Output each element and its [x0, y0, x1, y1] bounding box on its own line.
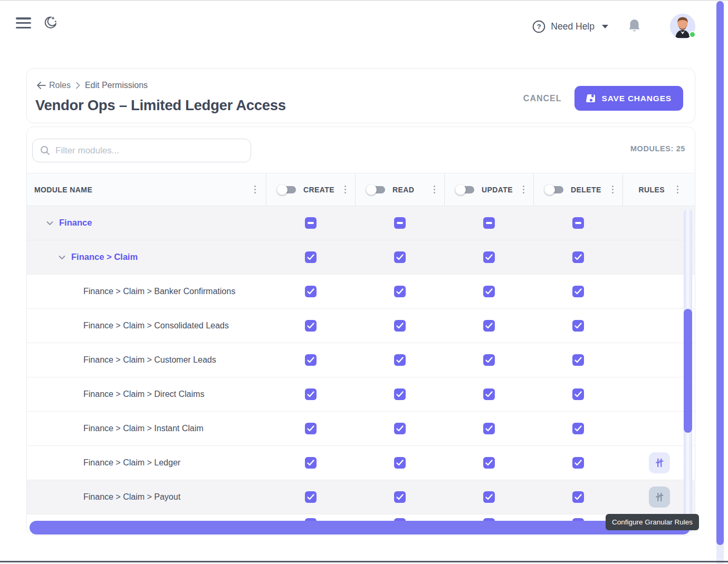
module-name-cell: Finance > Claim > Instant Claim — [27, 412, 266, 445]
permission-checkbox-delete[interactable] — [572, 320, 584, 332]
permission-checkbox-delete[interactable] — [572, 354, 584, 366]
permission-checkbox-update[interactable] — [483, 388, 495, 400]
column-toggle-create[interactable] — [277, 184, 296, 195]
table-row: Finance > Claim > Customer Leads — [27, 343, 695, 377]
permission-checkbox-create[interactable] — [305, 423, 317, 434]
check-icon — [485, 494, 493, 500]
permission-checkbox-create[interactable] — [305, 320, 317, 332]
module-name-cell: Finance — [27, 206, 266, 240]
permission-checkbox-create[interactable] — [305, 491, 317, 503]
permission-checkbox-create[interactable] — [305, 457, 317, 469]
permission-checkbox-delete[interactable] — [572, 491, 584, 503]
permission-checkbox-update[interactable] — [483, 491, 495, 503]
permission-checkbox-update[interactable] — [483, 423, 495, 434]
expand-chevron-icon[interactable] — [58, 253, 66, 262]
column-menu-icon[interactable] — [610, 184, 616, 196]
page-scrollbar-thumb[interactable] — [716, 1, 724, 545]
hamburger-menu-icon[interactable] — [16, 17, 31, 28]
check-icon — [396, 254, 404, 260]
column-menu-icon[interactable] — [253, 184, 258, 196]
module-name-label[interactable]: Finance > Claim — [71, 250, 138, 264]
permission-checkbox-delete[interactable] — [572, 251, 584, 263]
permission-checkbox-read[interactable] — [394, 491, 406, 503]
table-vertical-scrollbar-track[interactable] — [684, 209, 692, 533]
permission-checkbox-create[interactable] — [305, 251, 317, 263]
permission-cell-create — [266, 412, 355, 445]
permission-checkbox-read[interactable] — [394, 286, 406, 297]
check-icon — [396, 323, 404, 329]
column-header-update: UPDATE — [444, 173, 533, 206]
column-menu-icon[interactable] — [432, 184, 437, 196]
module-name-label: Finance > Claim > Consolidated Leads — [83, 319, 229, 333]
check-icon — [307, 460, 314, 466]
configure-rules-button[interactable] — [649, 487, 670, 508]
permission-checkbox-delete[interactable] — [572, 423, 584, 434]
permission-checkbox-read[interactable] — [394, 251, 406, 263]
breadcrumb-current: Edit Permissions — [85, 81, 148, 90]
permission-checkbox-delete[interactable] — [572, 457, 584, 469]
permission-checkbox-read[interactable] — [394, 423, 406, 434]
column-menu-icon[interactable] — [343, 184, 348, 196]
search-icon — [40, 145, 50, 155]
permission-checkbox-create[interactable] — [305, 217, 317, 229]
permission-checkbox-update[interactable] — [483, 457, 495, 469]
permission-checkbox-read[interactable] — [394, 217, 406, 229]
permission-checkbox-update[interactable] — [483, 354, 495, 366]
permission-cell-delete — [533, 240, 622, 274]
configure-rules-button[interactable] — [649, 452, 670, 473]
permission-checkbox-update[interactable] — [483, 286, 495, 297]
permission-checkbox-delete[interactable] — [572, 388, 584, 400]
column-header-rules: RULES — [622, 173, 695, 206]
permission-checkbox-update[interactable] — [483, 217, 495, 229]
save-floppy-icon — [586, 93, 596, 103]
filter-modules-input[interactable] — [55, 145, 243, 156]
column-header-delete: DELETE — [533, 173, 622, 206]
check-icon — [574, 357, 582, 363]
permission-checkbox-create[interactable] — [305, 286, 317, 297]
table-horizontal-scrollbar[interactable] — [30, 521, 690, 534]
user-avatar[interactable] — [670, 14, 695, 39]
save-changes-button[interactable]: SAVE CHANGES — [574, 86, 683, 111]
table-header: MODULE NAMECREATEREADUPDATEDELETERULES — [27, 173, 695, 206]
permission-checkbox-update[interactable] — [483, 251, 495, 263]
permission-checkbox-read[interactable] — [394, 320, 406, 332]
column-toggle-read[interactable] — [366, 184, 386, 195]
permission-checkbox-create[interactable] — [305, 354, 317, 366]
permission-checkbox-delete[interactable] — [572, 217, 584, 229]
breadcrumb-chevron-icon — [75, 82, 80, 89]
check-icon — [307, 391, 314, 397]
expand-chevron-icon[interactable] — [45, 219, 54, 228]
check-icon — [574, 288, 582, 295]
permission-cell-delete — [533, 377, 622, 411]
permission-checkbox-read[interactable] — [394, 457, 406, 469]
permission-cell-delete — [533, 446, 622, 480]
breadcrumb-back-link[interactable]: Roles — [36, 81, 71, 90]
cancel-button[interactable]: CANCEL — [523, 94, 562, 103]
column-toggle-delete[interactable] — [544, 184, 564, 195]
permission-checkbox-delete[interactable] — [572, 286, 584, 297]
page-scrollbar-track[interactable] — [716, 1, 724, 564]
table-vertical-scrollbar-thumb[interactable] — [684, 309, 692, 433]
column-toggle-update[interactable] — [455, 184, 475, 195]
permission-checkbox-read[interactable] — [394, 354, 406, 366]
permission-cell-read — [355, 412, 444, 445]
breadcrumb: Roles Edit Permissions — [36, 81, 148, 90]
column-menu-icon[interactable] — [675, 184, 681, 196]
need-help-menu[interactable]: ? Need Help — [532, 20, 608, 33]
module-name-label: Finance > Claim > Banker Confirmations — [83, 285, 235, 298]
indeterminate-dash-icon — [486, 222, 492, 224]
permission-cell-update — [444, 412, 533, 445]
filter-input-box[interactable] — [32, 139, 251, 162]
column-menu-icon[interactable] — [521, 184, 526, 196]
module-name-label[interactable]: Finance — [59, 216, 92, 230]
module-name-label: Finance > Claim > Ledger — [83, 456, 180, 470]
toggle-knob — [544, 184, 555, 195]
column-label: MODULE NAME — [34, 186, 92, 194]
permission-checkbox-update[interactable] — [483, 320, 495, 332]
check-icon — [485, 460, 493, 466]
notifications-bell-icon[interactable] — [627, 18, 641, 35]
module-name-cell: Finance > Claim > Direct Claims — [27, 377, 266, 411]
permission-checkbox-create[interactable] — [305, 388, 317, 400]
dark-mode-moon-icon[interactable] — [42, 15, 58, 33]
permission-checkbox-read[interactable] — [394, 388, 406, 400]
